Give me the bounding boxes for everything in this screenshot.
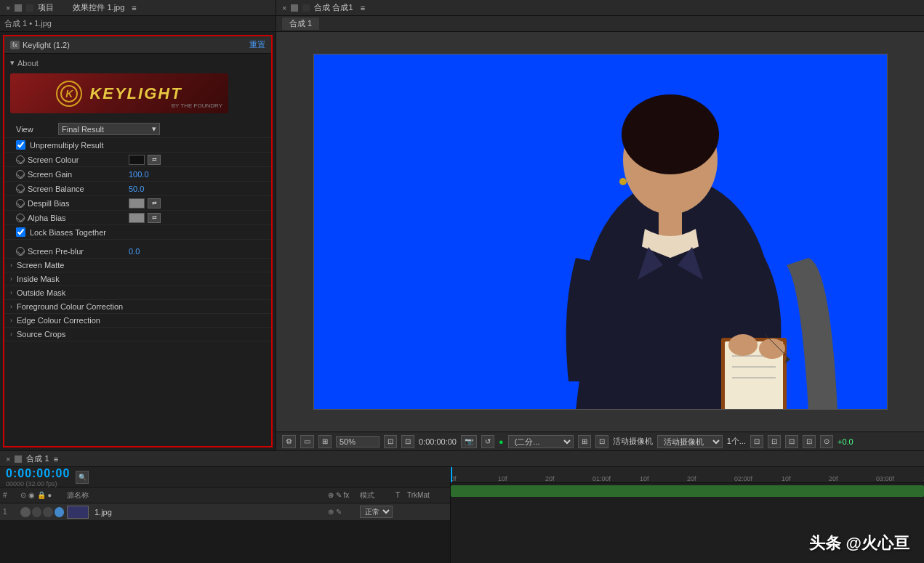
screen-pre-blur-row: Screen Pre-blur 0.0 (4, 244, 271, 259)
screen-gain-label-container: Screen Gain (16, 170, 129, 179)
preview-timecode: 0:00:00:00 (419, 437, 457, 446)
layer-tools-col: ⊕ ✎ fx (328, 491, 357, 499)
preview-settings-btn[interactable]: ⚙ (282, 435, 296, 448)
close-left[interactable]: × (6, 4, 10, 12)
output-btn[interactable]: ⊡ (785, 435, 798, 448)
layer-index: 1 (3, 508, 17, 516)
square-icon-4 (302, 4, 310, 12)
source-crops-label: Source Crops (17, 330, 65, 339)
snapshot-btn[interactable]: 📷 (461, 435, 477, 448)
region-btn[interactable]: ⊡ (595, 435, 608, 448)
current-timecode[interactable]: 0:00:00:00 (6, 467, 70, 480)
despill-bias-arrow[interactable]: ⇄ (148, 198, 161, 208)
layer-mode-select[interactable]: 正常 (360, 506, 393, 518)
layer-trkmat-col: TrkMat (407, 491, 447, 499)
preview-tab[interactable]: 合成 1 (282, 17, 319, 30)
source-crops-section[interactable]: › Source Crops (4, 328, 271, 341)
screen-colour-swatch[interactable] (129, 155, 145, 165)
layer-color-icon[interactable] (55, 507, 65, 517)
screen-pre-blur-value[interactable]: 0.0 (129, 247, 140, 256)
ruler-mark-20f-2: 20f (687, 475, 696, 482)
svg-point-9 (728, 334, 758, 356)
inside-mask-label: Inside Mask (17, 275, 60, 283)
alpha-bias-arrow[interactable]: ⇄ (148, 213, 161, 223)
lock-biases-checkbox[interactable] (16, 227, 25, 237)
screen-gain-value[interactable]: 100.0 (129, 170, 149, 179)
lock-biases-label: Lock Biases Together (30, 228, 106, 237)
show-channel-btn[interactable]: ↺ (481, 435, 494, 448)
screen-matte-label: Screen Matte (17, 261, 64, 270)
view-value: Final Result (62, 125, 104, 134)
fx-badge: fx (10, 41, 20, 49)
zoom-select[interactable]: 50% (336, 436, 379, 447)
layer-filename: 1.jpg (95, 508, 325, 517)
svg-rect-3 (659, 211, 682, 236)
inside-mask-section[interactable]: › Inside Mask (4, 272, 271, 286)
close-right[interactable]: × (282, 4, 286, 12)
exposure-btn[interactable]: ⊙ (820, 435, 833, 448)
ruler-mark-03-00: 03:00f (876, 475, 894, 482)
grid-btn[interactable]: ⊞ (578, 435, 591, 448)
timeline-layers-panel: 0:00:00:00 00000 (32.00 fps) 🔍 # ⊙ ◉ 🔒 ●… (0, 467, 451, 563)
outside-mask-section[interactable]: › Outside Mask (4, 286, 271, 300)
effect-menu-icon[interactable]: ≡ (132, 4, 136, 12)
render-btn[interactable]: ⊡ (768, 435, 781, 448)
track-bar[interactable] (451, 485, 924, 497)
layer-lock-icon[interactable] (43, 507, 53, 517)
resolution-select[interactable]: (二分... (508, 435, 574, 448)
timeline-close[interactable]: × (6, 455, 10, 463)
ruler-mark-20f: 20f (545, 475, 555, 482)
safe-zones-btn[interactable]: ⊡ (401, 435, 414, 448)
layer-fx-icons: ⊕ ✎ (328, 508, 357, 516)
alpha-bias-stopwatch-icon (16, 214, 25, 222)
top-bar: × 项目 效果控件 1.jpg ≡ × 合成 合成1 ≡ (0, 0, 924, 16)
camera-select[interactable]: 活动摄像机 (657, 435, 723, 448)
source-crops-chevron-icon: › (10, 331, 12, 338)
preview-image (313, 54, 888, 410)
extra-controls-btn[interactable]: ⊡ (750, 435, 763, 448)
about-label: About (17, 59, 39, 68)
despill-bias-swatch[interactable] (129, 198, 145, 208)
layer-num-col: # (3, 491, 17, 499)
timeline-square-icon (15, 455, 22, 463)
square-icon-2 (26, 4, 33, 12)
fit-btn[interactable]: ⊡ (384, 435, 397, 448)
screen-colour-stopwatch-icon (16, 155, 25, 164)
about-toggle[interactable]: ▾ About (10, 57, 265, 69)
edge-colour-section[interactable]: › Edge Colour Correction (4, 314, 271, 328)
edge-colour-label: Edge Colour Correction (17, 316, 100, 325)
effect-title: fx Keylight (1.2) (10, 41, 70, 49)
foreground-colour-section[interactable]: › Foreground Colour Correction (4, 300, 271, 314)
screen-gain-stopwatch-icon (16, 170, 25, 179)
flow-btn[interactable]: ⊡ (803, 435, 816, 448)
screen-colour-arrow[interactable]: ⇄ (148, 155, 161, 165)
screen-balance-value-container: 50.0 (129, 185, 265, 193)
despill-bias-value: ⇄ (129, 198, 265, 208)
timeline-ruler: 0f 10f 20f 01:00f 10f 20f 02:00f 10f 20f… (451, 467, 924, 483)
preview-area (276, 32, 924, 432)
screen-balance-value[interactable]: 50.0 (129, 185, 144, 193)
color-correction-indicator: ● (499, 437, 504, 446)
view-dropdown[interactable]: Final Result ▾ (58, 123, 160, 135)
unpremultiply-checkbox[interactable] (16, 140, 25, 150)
screen-gain-value-container: 100.0 (129, 170, 265, 179)
main-layout: 合成 1 • 1.jpg fx Keylight (1.2) 重置 ▾ Abou… (0, 16, 924, 450)
outside-mask-label: Outside Mask (17, 288, 65, 297)
preview-stereo-btn[interactable]: ⊞ (318, 435, 332, 448)
layer-eye-icon[interactable] (20, 507, 31, 517)
timeline-header: × 合成 1 ≡ (0, 451, 924, 467)
screen-pre-blur-stopwatch-icon (16, 247, 25, 256)
alpha-bias-swatch[interactable] (129, 213, 145, 223)
screen-balance-stopwatch-icon (16, 185, 25, 193)
comp-menu-icon[interactable]: ≡ (361, 4, 365, 12)
layer-audio-icon[interactable] (32, 507, 42, 517)
timeline-menu-icon[interactable]: ≡ (54, 455, 58, 463)
despill-bias-row: Despill Bias ⇄ (4, 196, 271, 211)
camera-label: 活动摄像机 (613, 436, 653, 447)
exposure-value: +0.0 (837, 437, 853, 446)
reset-button[interactable]: 重置 (249, 39, 265, 50)
search-icon[interactable]: 🔍 (76, 471, 89, 484)
preview-monitor-btn[interactable]: ▭ (300, 435, 314, 448)
screen-matte-section[interactable]: › Screen Matte (4, 259, 271, 272)
playhead[interactable] (451, 467, 452, 482)
